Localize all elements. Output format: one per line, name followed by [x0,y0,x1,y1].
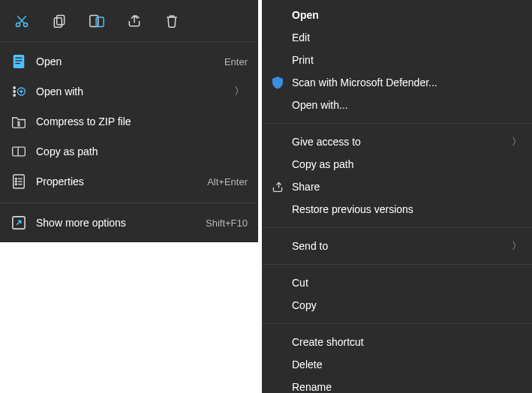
right-group-4: Cut Copy [262,268,532,320]
compress-label: Compress to ZIP file [36,116,248,128]
r-copy-label: Copy [292,299,317,311]
right-group-2: Give access to 〉 Copy as path Share Rest… [262,127,532,224]
svg-point-14 [14,94,16,97]
left-group-1: Open Enter Open with 〉 Compress to ZIP f… [0,42,258,200]
r-open-item[interactable]: Open [262,4,532,26]
chevron-right-icon: 〉 [512,239,521,253]
svg-rect-10 [15,60,22,61]
document-icon [11,53,27,70]
svg-rect-18 [13,147,26,156]
show-more-shortcut: Shift+F10 [206,218,248,229]
paste-icon[interactable] [89,13,105,29]
r-sendto-item[interactable]: Send to 〉 [262,235,532,257]
r-give-access-label: Give access to [292,136,361,148]
svg-rect-11 [15,63,20,64]
share-arrow-icon [271,180,284,194]
r-delete-label: Delete [292,358,322,370]
r-rename-item[interactable]: Rename [262,376,532,393]
cut-icon[interactable] [14,13,30,29]
properties-icon [11,173,27,190]
zip-icon [11,113,27,130]
classic-context-menu: Open Edit Print Scan with Microsoft Defe… [262,0,532,393]
separator [262,323,532,324]
open-shortcut: Enter [224,56,248,68]
properties-label: Properties [36,176,207,188]
svg-rect-9 [15,58,22,58]
win11-context-menu: Open Enter Open with 〉 Compress to ZIP f… [0,0,258,242]
shield-icon [271,76,284,89]
r-open-label: Open [292,9,319,21]
r-openwith-label: Open with... [292,99,348,111]
r-cut-item[interactable]: Cut [262,272,532,294]
svg-point-12 [14,87,16,89]
svg-rect-5 [54,17,62,27]
r-print-item[interactable]: Print [262,49,532,71]
copy-path-item[interactable]: Copy as path [0,136,258,166]
r-copy-item[interactable]: Copy [262,294,532,316]
r-restore-item[interactable]: Restore previous versions [262,198,532,220]
separator [262,264,532,265]
copy-path-label: Copy as path [36,146,248,158]
show-more-label: Show more options [36,217,206,229]
right-group-3: Send to 〉 [262,231,532,261]
share-icon[interactable] [126,13,143,29]
open-with-icon [11,83,27,100]
open-with-item[interactable]: Open with 〉 [0,76,258,106]
r-create-shortcut-label: Create shortcut [292,336,364,348]
left-group-2: Show more options Shift+F10 [0,206,258,242]
r-rename-label: Rename [292,381,332,393]
right-group-1: Open Edit Print Scan with Microsoft Defe… [262,0,532,120]
r-edit-label: Edit [292,32,310,44]
r-edit-item[interactable]: Edit [262,26,532,49]
r-cut-label: Cut [292,277,308,289]
svg-point-1 [24,22,28,26]
r-sendto-label: Send to [292,240,328,252]
separator [262,227,532,228]
separator [0,202,258,203]
r-defender-label: Scan with Microsoft Defender... [292,76,437,88]
r-restore-label: Restore previous versions [292,203,413,215]
svg-point-23 [15,181,17,182]
r-give-access-item[interactable]: Give access to 〉 [262,130,532,153]
svg-point-13 [14,91,16,93]
expand-icon [11,214,27,231]
svg-rect-7 [96,17,104,27]
r-delete-item[interactable]: Delete [262,353,532,376]
chevron-right-icon: 〉 [234,85,248,98]
separator [262,123,532,124]
copy-path-icon [11,143,27,160]
svg-point-21 [15,178,17,179]
compress-item[interactable]: Compress to ZIP file [0,106,258,136]
quick-action-row [0,0,258,42]
r-openwith-item[interactable]: Open with... [262,94,532,116]
r-print-label: Print [292,54,314,66]
r-copypath-label: Copy as path [292,158,354,170]
show-more-item[interactable]: Show more options Shift+F10 [0,208,258,238]
r-share-label: Share [292,181,320,193]
open-label: Open [36,56,224,68]
r-share-item[interactable]: Share [262,176,532,198]
properties-item[interactable]: Properties Alt+Enter [0,166,258,196]
copy-icon[interactable] [51,13,68,29]
r-create-shortcut-item[interactable]: Create shortcut [262,331,532,353]
properties-shortcut: Alt+Enter [207,176,248,188]
open-with-label: Open with [36,86,234,98]
svg-rect-8 [14,55,25,68]
svg-point-0 [17,22,20,26]
chevron-right-icon: 〉 [512,135,521,148]
svg-point-25 [15,184,17,185]
r-copypath-item[interactable]: Copy as path [262,153,532,176]
svg-rect-4 [57,15,65,25]
r-defender-item[interactable]: Scan with Microsoft Defender... [262,71,532,94]
delete-icon[interactable] [164,13,180,29]
right-group-5: Create shortcut Delete Rename [262,327,532,393]
open-item[interactable]: Open Enter [0,46,258,76]
